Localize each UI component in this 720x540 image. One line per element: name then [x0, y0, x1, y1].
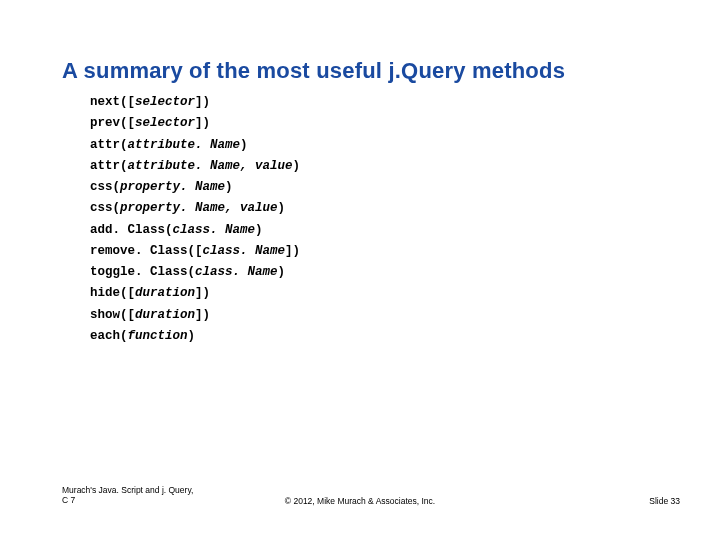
- method-name: each: [90, 329, 120, 343]
- method-list: next([selector]) prev([selector]) attr(a…: [90, 92, 300, 347]
- method-close: ): [278, 201, 286, 215]
- method-param: selector: [135, 95, 195, 109]
- method-param: class. Name: [173, 223, 256, 237]
- method-close: ): [293, 159, 301, 173]
- method-name: add. Class: [90, 223, 165, 237]
- method-item: css(property. Name, value): [90, 198, 300, 219]
- method-param: property. Name, value: [120, 201, 278, 215]
- method-open: (: [113, 180, 121, 194]
- method-item: attr(attribute. Name): [90, 135, 300, 156]
- method-name: prev: [90, 116, 120, 130]
- method-close: ]): [285, 244, 300, 258]
- method-open: (: [120, 138, 128, 152]
- method-item: remove. Class([class. Name]): [90, 241, 300, 262]
- method-item: next([selector]): [90, 92, 300, 113]
- method-name: attr: [90, 138, 120, 152]
- slide: A summary of the most useful j.Query met…: [0, 0, 720, 540]
- method-close: ): [240, 138, 248, 152]
- method-param: selector: [135, 116, 195, 130]
- footer-copyright: © 2012, Mike Murach & Associates, Inc.: [0, 496, 720, 506]
- method-param: duration: [135, 308, 195, 322]
- method-open: (: [113, 201, 121, 215]
- method-item: css(property. Name): [90, 177, 300, 198]
- method-item: prev([selector]): [90, 113, 300, 134]
- method-item: add. Class(class. Name): [90, 220, 300, 241]
- method-close: ]): [195, 95, 210, 109]
- method-open: ([: [120, 308, 135, 322]
- method-open: ([: [188, 244, 203, 258]
- method-item: toggle. Class(class. Name): [90, 262, 300, 283]
- method-close: ): [225, 180, 233, 194]
- method-item: attr(attribute. Name, value): [90, 156, 300, 177]
- method-item: show([duration]): [90, 305, 300, 326]
- method-param: property. Name: [120, 180, 225, 194]
- method-open: ([: [120, 116, 135, 130]
- footer-book-title: Murach's Java. Script and j. Query,: [62, 485, 193, 496]
- method-name: show: [90, 308, 120, 322]
- method-open: ([: [120, 95, 135, 109]
- method-close: ]): [195, 286, 210, 300]
- method-close: ): [255, 223, 263, 237]
- method-open: (: [120, 329, 128, 343]
- method-open: ([: [120, 286, 135, 300]
- slide-title: A summary of the most useful j.Query met…: [62, 58, 680, 84]
- footer-slide-number: Slide 33: [649, 496, 680, 506]
- method-param: attribute. Name, value: [128, 159, 293, 173]
- method-close: ): [188, 329, 196, 343]
- method-name: remove. Class: [90, 244, 188, 258]
- method-param: class. Name: [203, 244, 286, 258]
- method-open: (: [165, 223, 173, 237]
- method-name: next: [90, 95, 120, 109]
- method-name: toggle. Class: [90, 265, 188, 279]
- method-param: function: [128, 329, 188, 343]
- method-open: (: [188, 265, 196, 279]
- method-close: ): [278, 265, 286, 279]
- method-name: css: [90, 201, 113, 215]
- method-name: css: [90, 180, 113, 194]
- method-param: attribute. Name: [128, 138, 241, 152]
- method-item: each(function): [90, 326, 300, 347]
- method-name: attr: [90, 159, 120, 173]
- method-open: (: [120, 159, 128, 173]
- slide-footer: Murach's Java. Script and j. Query, C 7 …: [0, 482, 720, 506]
- method-close: ]): [195, 308, 210, 322]
- method-name: hide: [90, 286, 120, 300]
- method-param: duration: [135, 286, 195, 300]
- method-param: class. Name: [195, 265, 278, 279]
- method-item: hide([duration]): [90, 283, 300, 304]
- method-close: ]): [195, 116, 210, 130]
